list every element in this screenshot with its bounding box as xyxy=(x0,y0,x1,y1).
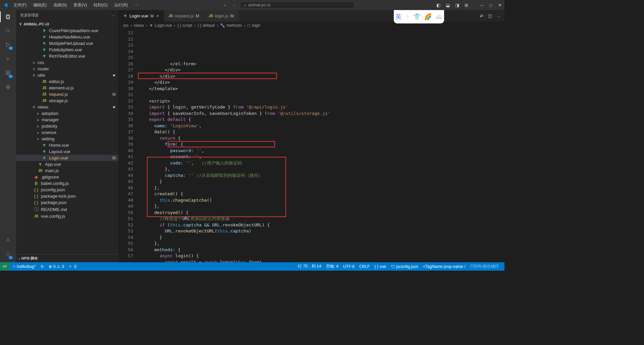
editor-tab[interactable]: ▼Login.vueM× xyxy=(118,10,164,22)
tree-file[interactable]: ◆.gitignore xyxy=(16,174,118,180)
tree-file[interactable]: ▼MultipleFileUpload.vue xyxy=(16,40,118,47)
npm-scripts-section[interactable]: › NPM 脚本 xyxy=(16,254,118,262)
menu-item[interactable]: ··· xyxy=(132,1,141,9)
breadcrumb-item[interactable]: 🔧 methods xyxy=(220,23,242,28)
svg-marker-7 xyxy=(7,58,9,60)
window-maximize-icon[interactable]: □ xyxy=(489,3,492,8)
menu-item[interactable]: 转到(G) xyxy=(91,1,110,9)
problems[interactable]: ⊗0 ⚠0 xyxy=(46,262,66,271)
svg-point-13 xyxy=(7,238,9,240)
compare-icon[interactable]: ⇄ xyxy=(480,13,483,18)
layout-panel-right-icon[interactable]: ◨ xyxy=(455,3,459,8)
svg-point-14 xyxy=(7,254,9,255)
tree-file[interactable]: JSelement-ui.js xyxy=(16,85,118,91)
menu-item[interactable]: 运行(R) xyxy=(112,1,131,9)
tree-folder[interactable]: ∨views xyxy=(16,104,118,110)
tree-file[interactable]: ▼App.vue xyxy=(16,161,118,167)
nav-forward-icon[interactable]: → xyxy=(232,3,236,8)
tree-folder[interactable]: >router xyxy=(16,66,118,72)
breadcrumb-item[interactable]: ◻ login xyxy=(247,23,260,28)
tree-file[interactable]: ⓘREADME.md xyxy=(16,206,118,213)
tree-file[interactable]: { }package.json xyxy=(16,199,118,206)
svg-rect-10 xyxy=(6,73,8,75)
layout-panel-left-icon[interactable]: ◧ xyxy=(436,3,440,8)
breadcrumb-item[interactable]: ▼ Login.vue xyxy=(149,23,172,28)
tree-folder[interactable]: >css xyxy=(16,59,118,66)
branch-icon: ⑂ xyxy=(13,264,15,269)
command-center[interactable]: ⌕ animal-pc-ui xyxy=(240,2,354,8)
breadcrumb-item[interactable]: views xyxy=(134,23,144,28)
layout-customize-icon[interactable]: ⊞ xyxy=(465,3,468,8)
settings-icon[interactable]: 1 xyxy=(4,250,12,258)
tree-file[interactable]: { }jsconfig.json xyxy=(16,187,118,193)
encoding[interactable]: UTF-8 xyxy=(341,264,357,269)
editor-tab[interactable]: JSrequest.jsM xyxy=(164,10,204,22)
explorer-icon[interactable] xyxy=(4,13,12,21)
tree-folder[interactable]: >adoption xyxy=(16,110,118,117)
remote-icon[interactable] xyxy=(4,83,12,91)
more-actions-icon[interactable]: ··· xyxy=(497,13,500,18)
tree-file[interactable]: { }package-lock.json xyxy=(16,193,118,199)
extensions-icon[interactable]: 1 xyxy=(4,69,12,77)
tree-folder[interactable]: >manager xyxy=(16,117,118,123)
search-icon[interactable] xyxy=(4,27,12,35)
project-header[interactable]: ∨ ANIMAL-PC-UI xyxy=(16,20,118,27)
tree-folder[interactable]: ∨utils xyxy=(16,72,118,78)
breadcrumb-item[interactable]: { } script xyxy=(177,23,192,28)
sidebar-title: 资源管理器 xyxy=(20,13,39,18)
breadcrumb-item[interactable]: src xyxy=(123,23,128,28)
tree-file[interactable]: JSeditor.js xyxy=(16,78,118,85)
tree-file[interactable]: JSrequest.jsM xyxy=(16,91,118,97)
sidebar-more-icon[interactable]: ··· xyxy=(111,13,114,17)
nav-back-icon[interactable]: ← xyxy=(223,3,227,8)
window-minimize-icon[interactable]: ─ xyxy=(480,3,483,8)
search-text: animal-pc-ui xyxy=(248,3,270,7)
tree-folder[interactable]: >science xyxy=(16,129,118,136)
tree-file[interactable]: JSmain.js xyxy=(16,167,118,174)
tabs: ▼Login.vueM×JSrequest.jsMJSlogin.jsM xyxy=(118,10,239,22)
tree-file[interactable]: ▼RichTextEditor.vue xyxy=(16,53,118,59)
svg-point-6 xyxy=(9,44,10,45)
menu-item[interactable]: 编辑(E) xyxy=(31,1,49,9)
tree-folder[interactable]: >publicity xyxy=(16,123,118,129)
scm-icon[interactable]: 3 xyxy=(4,41,12,49)
git-sync[interactable]: ↻ xyxy=(38,262,46,271)
tree-file[interactable]: ▼CoverFileUploadItem.vue xyxy=(16,27,118,34)
eslint-status[interactable]: <TagName prop-name / xyxy=(421,264,468,269)
tree-file[interactable]: JSstorage.js xyxy=(16,97,118,104)
ime-widget[interactable]: 英✧👕🌈☁️ xyxy=(394,10,444,23)
warning-icon: ⚠ xyxy=(57,264,60,269)
tree-file[interactable]: ▼Layout.vue xyxy=(16,148,118,155)
tree-folder[interactable]: >setting xyxy=(16,136,118,142)
tree-file[interactable]: ▼Login.vueM xyxy=(16,155,118,161)
tree-file[interactable]: JSvue.config.js xyxy=(16,213,118,219)
debug-icon[interactable] xyxy=(4,55,12,63)
indentation[interactable]: 空格: 4 xyxy=(324,264,341,269)
remote-indicator[interactable]: ⮂ xyxy=(0,262,9,271)
tree-file[interactable]: Bbabel.config.js xyxy=(16,180,118,187)
editor-body[interactable]: 2122232425262728293031323334353637383940… xyxy=(118,29,504,262)
window-close-icon[interactable]: ✕ xyxy=(498,3,502,8)
menu-item[interactable]: 选择(S) xyxy=(51,1,69,9)
account-icon[interactable] xyxy=(4,236,12,244)
language-mode[interactable]: { } vue xyxy=(372,264,388,269)
tree-file[interactable]: ▼Home.vue xyxy=(16,142,118,148)
eol[interactable]: CRLF xyxy=(357,264,372,269)
split-editor-icon[interactable]: ◫ xyxy=(488,13,492,18)
close-icon[interactable]: × xyxy=(156,13,159,18)
breadcrumbs[interactable]: src› views›▼ Login.vue›{ } script›{ } de… xyxy=(118,22,504,29)
layout-panel-bottom-icon[interactable]: ⬓ xyxy=(446,3,450,8)
code-content[interactable]: </el-form> </div> </div> </div> </templa… xyxy=(139,29,504,262)
ports[interactable]: ᯤ0 xyxy=(66,262,79,271)
project-name: ANIMAL-PC-UI xyxy=(23,22,49,26)
breadcrumb-item[interactable]: { } default xyxy=(198,23,215,28)
menu-item[interactable]: 查看(V) xyxy=(71,1,90,9)
cursor-position[interactable]: 行 70，列 14 xyxy=(296,264,323,269)
tree-file[interactable]: ▼HeaderNavMenu.vue xyxy=(16,34,118,40)
git-branch[interactable]: ⑂hotfix/bug* xyxy=(11,262,38,271)
menu-item[interactable]: 文件(F) xyxy=(11,1,29,9)
jsconfig[interactable]: 🛡 jsconfig.json xyxy=(388,264,421,269)
tree-file[interactable]: ▼PublicityItem.vue xyxy=(16,47,118,53)
editor-tab[interactable]: JSlogin.jsM xyxy=(204,10,239,22)
svg-point-2 xyxy=(6,29,9,32)
